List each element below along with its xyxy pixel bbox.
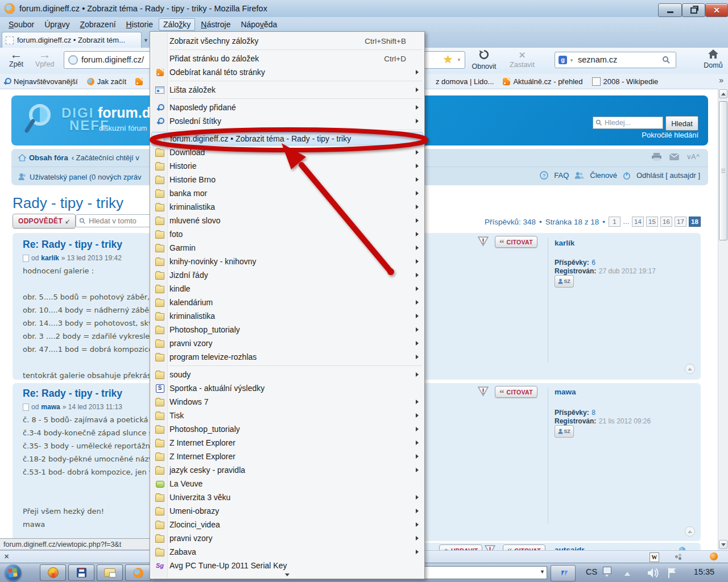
language-indicator[interactable]: CS: [586, 567, 597, 576]
url-text[interactable]: forum.digineff.cz/: [81, 55, 144, 64]
taskbar-clock[interactable]: 15:35: [685, 567, 723, 576]
reply-button[interactable]: ODPOVĚDĚT ↙: [13, 214, 76, 228]
quote-button[interactable]: “ CITOVAT: [495, 386, 537, 398]
members-link[interactable]: Členové: [590, 171, 617, 180]
breadcrumb-home[interactable]: Obsah fóra: [29, 153, 68, 162]
wikipedia-addon-icon[interactable]: W: [650, 552, 659, 562]
start-button[interactable]: [5, 564, 22, 581]
bookmark-menu-item[interactable]: Poslední štítky: [151, 114, 423, 128]
bookmark-menu-item[interactable]: foto: [151, 227, 423, 241]
bookmark-menu-item-highlighted[interactable]: forum.digineff.cz • Zobrazit téma - Rady…: [151, 132, 423, 146]
bookmark-menu-item[interactable]: banka mor: [151, 186, 423, 200]
menubar-item[interactable]: Historie: [122, 18, 158, 31]
faq-link[interactable]: FAQ: [554, 171, 569, 180]
bookmark-menu-item[interactable]: program televize-rozhlas: [151, 350, 423, 364]
addonbar-close-icon[interactable]: ✕: [4, 553, 9, 560]
search-go-icon[interactable]: [662, 56, 671, 64]
volume-icon[interactable]: [647, 568, 660, 578]
bookmark-menu-item[interactable]: Naposledy přidané: [151, 101, 423, 114]
bookmark-menu-item[interactable]: SSportka - aktuální výsledky: [151, 381, 423, 395]
bookmark-menu-item[interactable]: Download: [151, 146, 423, 159]
font-size-control[interactable]: vA^: [687, 153, 700, 161]
bookmark-menu-item[interactable]: Zabava: [151, 545, 423, 559]
bookmark-menu-item[interactable]: Photoshop_tutorialy: [151, 422, 423, 436]
bookmark-menu-item[interactable]: kriminalistika: [151, 200, 423, 214]
reload-button[interactable]: Obnovit: [469, 49, 499, 70]
email-icon[interactable]: [669, 153, 679, 160]
bookmark-menu-item[interactable]: Odebírat kanál této stránky: [151, 65, 423, 79]
report-post-button[interactable]: [478, 236, 489, 246]
print-icon[interactable]: [652, 153, 661, 161]
taskbar-app-3[interactable]: [97, 564, 123, 581]
bookmarks-toolbar-item[interactable]: z domova | Lido...: [425, 77, 494, 86]
toolbar-overflow-chevron[interactable]: »: [719, 76, 723, 85]
forward-button[interactable]: → Vpřed: [35, 49, 54, 68]
page-number-button[interactable]: 16: [660, 217, 672, 227]
action-center-flag-icon[interactable]: [667, 567, 678, 579]
tab-list-dropdown[interactable]: ▼: [142, 36, 150, 45]
url-dropdown-icon[interactable]: ▼: [457, 57, 461, 63]
menubar-item[interactable]: Záložky: [159, 18, 195, 31]
deskband-dropdown-icon[interactable]: ▼: [540, 569, 545, 575]
bookmark-menu-item[interactable]: pravni vzory: [151, 531, 423, 545]
menubar-item[interactable]: Soubor: [4, 18, 39, 31]
taskbar-app-firefox[interactable]: [125, 564, 151, 581]
scrollbar-thumb[interactable]: [719, 101, 727, 240]
bookmark-menu-item[interactable]: Z Internet Explorer: [151, 450, 423, 463]
close-button[interactable]: ✕: [705, 3, 728, 17]
post-author-link[interactable]: mawa: [41, 403, 60, 411]
translate-button[interactable]: [551, 565, 576, 581]
private-message-button[interactable]: SZ: [555, 425, 574, 438]
search-bar[interactable]: g ▼ seznam.cz: [555, 52, 676, 68]
report-post-button[interactable]: [478, 386, 489, 396]
minimize-button[interactable]: [658, 3, 682, 17]
bookmarks-toolbar-item[interactable]: [135, 78, 143, 85]
breadcrumb-section[interactable]: ‹ Začátečníci chtějí v: [72, 153, 139, 162]
page-number-button[interactable]: 17: [675, 217, 686, 227]
bookmark-menu-item[interactable]: Tisk: [151, 409, 423, 422]
bookmark-star-icon[interactable]: ★: [443, 53, 453, 66]
menubar-item[interactable]: Zobrazení: [76, 18, 121, 31]
menubar-item[interactable]: Nápověda: [236, 18, 282, 31]
menu-scroll-down-icon[interactable]: [151, 572, 423, 577]
scroll-up-button[interactable]: [719, 89, 727, 98]
topic-title[interactable]: Rady - tipy - triky: [13, 194, 123, 212]
back-button[interactable]: ← Zpět: [9, 49, 23, 68]
language-bar-icon[interactable]: [603, 567, 611, 574]
quote-button[interactable]: “ CITOVAT: [495, 236, 537, 248]
window-titlebar[interactable]: forum.digineff.cz • Zobrazit téma - Rady…: [0, 0, 728, 18]
bookmarks-toolbar-item[interactable]: Jak začít: [87, 77, 126, 86]
bookmark-menu-item[interactable]: Univerzita 3 věku: [151, 490, 423, 504]
search-engine-dropdown-icon[interactable]: ▼: [569, 58, 574, 63]
scroll-down-button[interactable]: [719, 540, 727, 549]
profile-username[interactable]: karlík: [555, 239, 574, 247]
page-number-button[interactable]: 1: [609, 217, 621, 227]
stop-button[interactable]: × Zastavit: [505, 49, 539, 69]
private-message-button[interactable]: SZ: [555, 275, 574, 288]
back-to-top-button[interactable]: [685, 364, 695, 374]
bookmark-menu-item[interactable]: Lišta záložek: [151, 83, 423, 97]
bookmark-menu-item[interactable]: SgAvg PC Tune-Up 2011 Serial Key: [151, 559, 423, 572]
bookmark-menu-item[interactable]: La Veuve: [151, 477, 423, 490]
page-number-button[interactable]: 14: [632, 217, 644, 227]
profile-username[interactable]: mawa: [555, 388, 576, 396]
addon-orange-icon[interactable]: [710, 552, 718, 560]
scrollbar[interactable]: [718, 89, 728, 550]
bookmark-menu-item[interactable]: jazyk cesky - pravidla: [151, 463, 423, 477]
site-identity-icon[interactable]: [68, 55, 78, 65]
page-number-button[interactable]: 15: [646, 217, 658, 227]
search-engine-icon[interactable]: g: [559, 56, 567, 64]
bookmark-menu-item[interactable]: Z Internet Explorer: [151, 436, 423, 450]
bookmark-menu-item[interactable]: soudy: [151, 368, 423, 381]
home-crumb-icon[interactable]: [18, 154, 26, 161]
bookmark-menu-item[interactable]: kriminalistika: [151, 309, 423, 323]
post-title[interactable]: Re: Rady - tipy - triky: [23, 239, 122, 251]
bookmark-menu-item[interactable]: kindle: [151, 282, 423, 296]
menubar-item[interactable]: Úpravy: [40, 18, 74, 31]
bookmark-menu-item[interactable]: Photoshop_tutorialy: [151, 323, 423, 336]
bookmark-menu-item[interactable]: kalendárium: [151, 296, 423, 309]
bookmarks-toolbar-item[interactable]: Aktuálně.cz - přehled: [503, 77, 582, 86]
bookmark-menu-item[interactable]: Historie Brno: [151, 173, 423, 186]
bookmark-menu-item[interactable]: Zobrazit všechny záložkyCtrl+Shift+B: [151, 34, 423, 48]
home-button[interactable]: Domů: [701, 49, 726, 69]
